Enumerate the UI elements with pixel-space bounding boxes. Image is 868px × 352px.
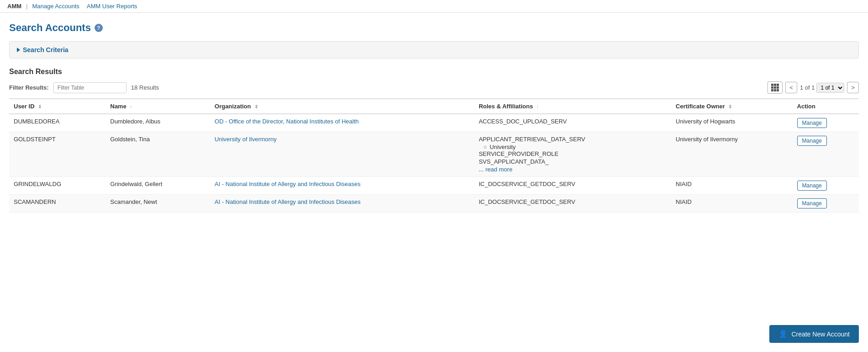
table-row: SCAMANDERNScamander, NewtAI - National I… (9, 195, 859, 213)
results-table: User ID ⇕ Name ↑ Organization ⇕ Roles & … (9, 98, 859, 213)
role-sub-label: University (490, 144, 516, 150)
cell-org: University of Ilvermorny (210, 132, 474, 177)
cell-name: Grindelwald, Gellert (106, 177, 210, 195)
sort-icon-name: ↑ (130, 104, 132, 109)
role-item: ACCESS_DOC_UPLOAD_SERV (479, 118, 667, 125)
cell-cert-owner: University of Ilvermorny (671, 132, 792, 177)
col-header-cert[interactable]: Certificate Owner ⇕ (671, 99, 792, 114)
page-title-container: Search Accounts ? (9, 22, 859, 34)
page-title: Search Accounts (9, 22, 91, 34)
col-header-userid[interactable]: User ID ⇕ (9, 99, 106, 114)
grid-view-button[interactable] (767, 81, 783, 94)
cell-action: Manage (793, 132, 859, 177)
col-header-action: Action (793, 99, 859, 114)
sort-icon-roles: ↑ (536, 104, 539, 109)
cell-userid: DUMBLEDOREA (9, 114, 106, 132)
next-page-button[interactable]: > (847, 82, 859, 93)
brand-label: AMM (7, 3, 21, 10)
nav-user-reports[interactable]: AMM User Reports (87, 3, 138, 10)
top-navigation: AMM | Manage Accounts AMM User Reports (0, 0, 868, 13)
org-link[interactable]: OD - Office of the Director, National In… (215, 118, 359, 125)
sort-icon-userid: ⇕ (38, 104, 42, 109)
table-row: GOLDSTEINPTGoldstein, TinaUniversity of … (9, 132, 859, 177)
cell-userid: GRINDELWALDG (9, 177, 106, 195)
chevron-right-icon (17, 48, 20, 52)
role-item: SVS_APPLICANT_DATA_ (479, 158, 667, 165)
search-criteria-panel[interactable]: Search Criteria (9, 41, 859, 59)
col-header-org[interactable]: Organization ⇕ (210, 99, 474, 114)
manage-button[interactable]: Manage (797, 181, 827, 191)
cell-action: Manage (793, 114, 859, 132)
org-link[interactable]: University of Ilvermorny (215, 136, 277, 143)
help-icon[interactable]: ? (95, 24, 103, 32)
prev-page-button[interactable]: < (785, 82, 797, 93)
cell-cert-owner: University of Hogwarts (671, 114, 792, 132)
org-link[interactable]: AI - National Institute of Allergy and I… (215, 181, 360, 187)
results-count: 18 Results (131, 84, 159, 91)
cell-action: Manage (793, 195, 859, 213)
table-header-row: User ID ⇕ Name ↑ Organization ⇕ Roles & … (9, 99, 859, 114)
page-info-text: 1 of 1 (800, 84, 815, 91)
cell-roles: ACCESS_DOC_UPLOAD_SERV (474, 114, 671, 132)
filter-label: Filter Results: (9, 84, 49, 91)
org-link[interactable]: AI - National Institute of Allergy and I… (215, 198, 360, 205)
role-bullet-icon: ○ (483, 144, 487, 150)
cell-cert-owner: NIAID (671, 195, 792, 213)
table-row: DUMBLEDOREADumbledore, AlbusOD - Office … (9, 114, 859, 132)
manage-button[interactable]: Manage (797, 136, 827, 146)
section-title: Search Results (9, 68, 859, 76)
cell-name: Scamander, Newt (106, 195, 210, 213)
cell-action: Manage (793, 177, 859, 195)
filter-left: Filter Results: 18 Results (9, 82, 159, 93)
manage-button[interactable]: Manage (797, 198, 827, 208)
cell-org: AI - National Institute of Allergy and I… (210, 177, 474, 195)
page-select[interactable]: 1 of 1 (816, 83, 844, 93)
sort-icon-org: ⇕ (254, 104, 258, 109)
search-results-section: Search Results Filter Results: 18 Result… (9, 68, 859, 213)
manage-button[interactable]: Manage (797, 118, 827, 128)
search-criteria-toggle[interactable]: Search Criteria (17, 46, 851, 53)
nav-manage-accounts[interactable]: Manage Accounts (32, 3, 79, 10)
cell-roles: IC_DOCSERVICE_GETDOC_SERV (474, 177, 671, 195)
ellipsis: ... (479, 166, 485, 173)
role-item: SERVICE_PROVIDER_ROLE (479, 150, 667, 157)
search-criteria-label: Search Criteria (23, 46, 69, 53)
filter-input[interactable] (53, 82, 127, 93)
cell-roles: APPLICANT_RETRIEVAL_DATA_SERV○University… (474, 132, 671, 177)
cell-userid: GOLDSTEINPT (9, 132, 106, 177)
col-header-name[interactable]: Name ↑ (106, 99, 210, 114)
read-more-container: ... read more (479, 166, 667, 173)
cell-org: AI - National Institute of Allergy and I… (210, 195, 474, 213)
role-sub-item: ○University (483, 144, 667, 150)
cell-cert-owner: NIAID (671, 177, 792, 195)
col-header-roles[interactable]: Roles & Affiliations ↑ (474, 99, 671, 114)
nav-divider: | (26, 3, 27, 10)
role-item: IC_DOCSERVICE_GETDOC_SERV (479, 198, 667, 205)
role-item: IC_DOCSERVICE_GETDOC_SERV (479, 181, 667, 187)
table-row: GRINDELWALDGGrindelwald, GellertAI - Nat… (9, 177, 859, 195)
grid-icon (771, 84, 779, 91)
pagination-right: < 1 of 1 1 of 1 > (767, 81, 859, 94)
cell-roles: IC_DOCSERVICE_GETDOC_SERV (474, 195, 671, 213)
cell-userid: SCAMANDERN (9, 195, 106, 213)
page-content: Search Accounts ? Search Criteria Search… (0, 13, 868, 249)
sort-icon-cert: ⇕ (728, 104, 732, 109)
read-more-link[interactable]: read more (485, 166, 512, 173)
cell-name: Goldstein, Tina (106, 132, 210, 177)
page-info: 1 of 1 1 of 1 (800, 83, 845, 93)
role-item: APPLICANT_RETRIEVAL_DATA_SERV (479, 136, 667, 143)
filter-row: Filter Results: 18 Results < 1 of 1 1 of (9, 81, 859, 94)
cell-name: Dumbledore, Albus (106, 114, 210, 132)
cell-org: OD - Office of the Director, National In… (210, 114, 474, 132)
